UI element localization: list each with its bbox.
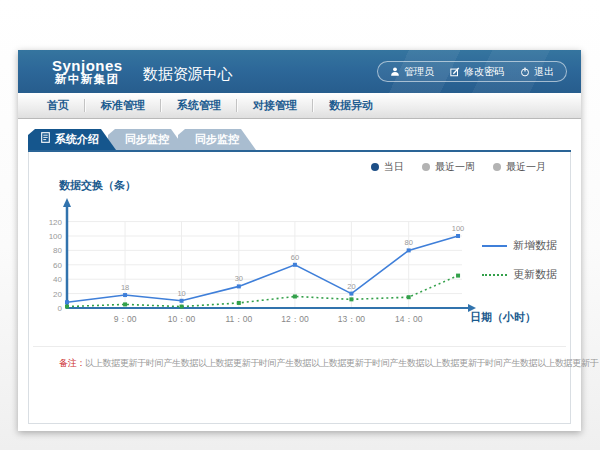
- tab-sync-monitor-1[interactable]: 同步监控: [108, 129, 186, 150]
- page-title: 数据资源中心: [143, 59, 233, 84]
- svg-text:120: 120: [49, 218, 63, 227]
- svg-text:20: 20: [347, 282, 355, 291]
- note-divider: [33, 346, 566, 347]
- tab-label: 同步监控: [195, 129, 239, 150]
- nav-item-standard-mgmt[interactable]: 标准管理: [86, 98, 160, 113]
- radio-dot-icon: [371, 163, 379, 171]
- change-password-button[interactable]: 修改密码: [450, 65, 504, 79]
- svg-text:40: 40: [53, 275, 62, 284]
- legend-label: 新增数据: [513, 238, 557, 253]
- svg-text:14：00: 14：00: [395, 314, 423, 324]
- svg-text:11：00: 11：00: [225, 314, 252, 324]
- user-menu-label: 退出: [534, 65, 554, 79]
- svg-text:9：00: 9：00: [114, 314, 137, 324]
- company-logo: Synjones 新中新集团: [52, 58, 123, 86]
- svg-text:18: 18: [121, 283, 129, 292]
- app-header: Synjones 新中新集团 数据资源中心 管理员 修改密码 退出: [18, 50, 581, 93]
- filter-last-week[interactable]: 最近一周: [422, 160, 475, 174]
- nav-item-interface-mgmt[interactable]: 对接管理: [238, 98, 312, 113]
- footer-note: 备注：以上数据更新于时间产生数据以上数据更新于时间产生数据以上数据更新于时间产生…: [59, 357, 598, 370]
- logout-icon: [520, 67, 530, 77]
- logo-text-en: Synjones: [52, 58, 123, 74]
- edit-icon: [450, 67, 460, 77]
- svg-text:100: 100: [49, 232, 63, 241]
- filter-last-month[interactable]: 最近一月: [493, 160, 546, 174]
- main-nav: 首页 标准管理 系统管理 对接管理 数据异动: [18, 93, 581, 119]
- nav-item-data-change[interactable]: 数据异动: [314, 98, 388, 113]
- tab-bar: 系统介绍 同步监控 同步监控: [28, 129, 571, 152]
- tab-label: 同步监控: [125, 129, 169, 150]
- svg-text:13：00: 13：00: [338, 314, 366, 324]
- user-menu: 管理员 修改密码 退出: [377, 61, 567, 82]
- dotted-line-swatch-icon: [482, 274, 507, 276]
- note-text: 以上数据更新于时间产生数据以上数据更新于时间产生数据以上数据更新于时间产生数据以…: [85, 358, 598, 368]
- svg-text:30: 30: [235, 274, 243, 283]
- legend-label: 更新数据: [513, 267, 557, 282]
- svg-text:60: 60: [53, 261, 62, 270]
- svg-text:10: 10: [177, 289, 185, 298]
- logout-button[interactable]: 退出: [520, 65, 554, 79]
- app-window: Synjones 新中新集团 数据资源中心 管理员 修改密码 退出: [18, 50, 581, 431]
- filter-today[interactable]: 当日: [371, 160, 404, 174]
- legend-item-update-data[interactable]: 更新数据: [482, 267, 568, 282]
- time-range-filters: 当日 最近一周 最近一月: [371, 160, 546, 174]
- user-menu-label: 管理员: [404, 65, 434, 79]
- chart-panel: 当日 最近一周 最近一月 数据交换（条） 0204060801001209：00…: [28, 152, 571, 424]
- svg-text:10：00: 10：00: [168, 314, 196, 324]
- filter-label: 最近一周: [435, 160, 475, 174]
- y-axis-title: 数据交换（条）: [59, 178, 136, 193]
- tab-sync-monitor-2[interactable]: 同步监控: [178, 129, 256, 150]
- filter-label: 最近一月: [506, 160, 546, 174]
- current-user-button[interactable]: 管理员: [390, 65, 434, 79]
- logo-text-cn: 新中新集团: [52, 73, 123, 85]
- svg-text:0: 0: [58, 304, 63, 313]
- tab-system-intro[interactable]: 系统介绍: [28, 129, 116, 150]
- svg-text:80: 80: [53, 246, 62, 255]
- nav-item-home[interactable]: 首页: [32, 98, 84, 113]
- tab-label: 系统介绍: [55, 129, 99, 150]
- user-icon: [390, 66, 400, 77]
- note-prefix: 备注：: [59, 358, 85, 368]
- svg-text:80: 80: [405, 238, 413, 247]
- svg-text:100: 100: [452, 224, 465, 233]
- legend-item-new-data[interactable]: 新增数据: [482, 238, 568, 253]
- chart-legend: 新增数据 更新数据: [482, 238, 568, 296]
- line-chart: 0204060801001209：0010：0011：0012：0013：001…: [37, 196, 502, 328]
- svg-text:60: 60: [291, 253, 299, 262]
- filter-label: 当日: [384, 160, 404, 174]
- svg-text:12：00: 12：00: [281, 314, 309, 324]
- document-icon: [41, 129, 50, 150]
- solid-line-swatch-icon: [482, 245, 507, 247]
- content-area: 系统介绍 同步监控 同步监控 当日 最近一周: [18, 119, 581, 424]
- radio-dot-icon: [493, 163, 501, 171]
- nav-item-system-mgmt[interactable]: 系统管理: [162, 98, 236, 113]
- user-menu-label: 修改密码: [464, 65, 504, 79]
- svg-text:20: 20: [53, 290, 62, 299]
- radio-dot-icon: [422, 163, 430, 171]
